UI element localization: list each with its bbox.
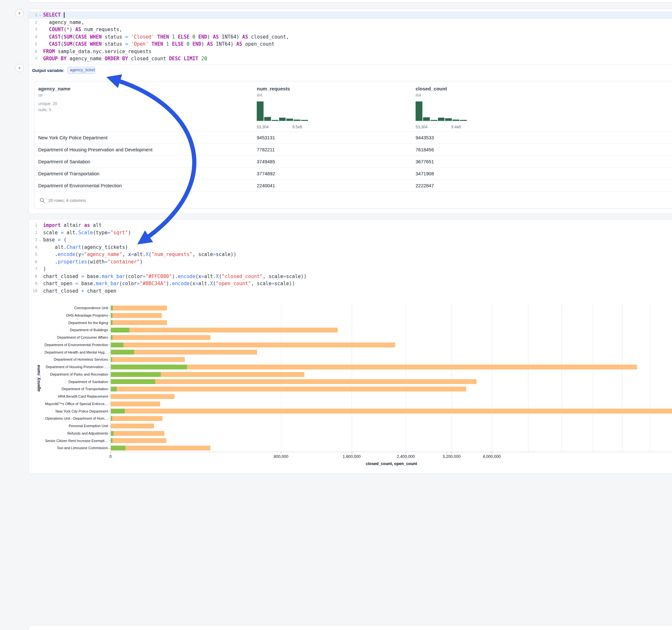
sql-code-editor[interactable]: 1⌄SELECT 2 agency_name,3 COUNT(*) AS num… (29, 9, 672, 65)
line-number: 4 (29, 33, 37, 41)
histogram-bar (264, 117, 271, 121)
y-tick (109, 367, 111, 367)
y-tick (109, 323, 111, 323)
histogram-bar (294, 120, 301, 121)
add-cell-button-top[interactable]: + (15, 9, 24, 18)
y-tick (109, 404, 111, 404)
code-line: 7) (29, 265, 672, 273)
histogram-bar (272, 120, 279, 121)
table-row: New York City Police Department945313194… (34, 131, 672, 144)
column-stat: nulls: 0 (38, 107, 51, 112)
python-cell: 1import altair as alt2scale = alt.Scale(… (28, 219, 672, 474)
column-header[interactable]: num_requests (257, 86, 290, 91)
y-axis-label: Department of Homeless Services (54, 356, 108, 363)
histogram-bar (286, 119, 293, 121)
code-text: COUNT(*) AS num_requests, (43, 26, 122, 33)
y-axis-title: agency_name (36, 365, 41, 391)
bar-closed_count (111, 335, 210, 340)
table-cell: Department of Environmental Protection (38, 180, 122, 192)
code-text: CAST(SUM(CASE WHEN status = 'Open' THEN … (43, 41, 274, 48)
x-tick (452, 452, 452, 453)
code-text: alt.Chart(agency_tickets) (43, 244, 128, 251)
fold-spacer (37, 280, 43, 287)
code-line: 4 CAST(SUM(CASE WHEN status = 'Closed' T… (29, 33, 672, 41)
search-icon[interactable] (40, 198, 45, 203)
gridline (622, 304, 622, 452)
table-cell: 9443533 (415, 132, 434, 144)
column-header[interactable]: agency_name (38, 86, 70, 91)
column-header[interactable]: closed_count (415, 86, 447, 91)
bar-open_count (111, 313, 113, 318)
x-tick (281, 452, 281, 453)
histogram-bar (279, 118, 286, 121)
histogram-bar (438, 118, 445, 121)
y-axis-label: Department for the Aging (68, 319, 108, 327)
bar-closed_count (111, 423, 154, 429)
code-text: chart_open = base.mark_bar(color="#8BC34… (43, 280, 295, 287)
add-cell-button-below[interactable]: + (15, 64, 24, 72)
bar-open_count (111, 409, 125, 413)
table-cell: 7618456 (415, 144, 434, 156)
fold-spacer (37, 33, 43, 41)
y-axis-label: Senior Citizen Rent Increase Exempti… (45, 437, 108, 445)
fold-chevron-icon[interactable]: ⌄ (37, 236, 43, 244)
y-axis-label: Department of Housing Preservation … (46, 363, 108, 371)
bar-closed_count (111, 306, 167, 311)
code-text: import altair as alt (43, 222, 102, 229)
y-tick (109, 441, 111, 441)
y-tick (109, 389, 111, 390)
line-number: 6 (29, 258, 37, 266)
x-axis-tick-label: 2,400,000 (397, 454, 415, 459)
bar-open_count (111, 416, 112, 421)
table-cell: 3774892 (257, 168, 275, 180)
bar-closed_count (111, 320, 167, 325)
histogram-bar (460, 120, 467, 121)
y-axis-label: Department of Transportation (62, 385, 108, 393)
code-text: ) (43, 265, 46, 273)
fold-spacer (37, 244, 43, 251)
gridline (650, 304, 650, 452)
table-cell: 9453131 (257, 132, 275, 144)
code-line: 9chart_open = base.mark_bar(color="#8BC3… (29, 280, 672, 287)
table-row-count: 20 rows, 4 columns (48, 198, 86, 203)
bar-open_count (111, 445, 125, 451)
bar-closed_count (111, 445, 210, 451)
x-axis-tick-label: 4,000,000 (483, 454, 501, 459)
results-table: agency_namestrunique: 20nulls: 0num_requ… (34, 81, 672, 209)
fold-spacer (37, 258, 43, 266)
table-cell: Department of Housing Preservation and D… (38, 144, 152, 156)
fold-spacer (37, 55, 43, 63)
y-axis-label: New York City Police Department (55, 408, 108, 415)
gridline (406, 304, 406, 452)
bar-closed_count (111, 343, 395, 347)
bar-open_count (111, 379, 155, 384)
python-code-editor[interactable]: 1import altair as alt2scale = alt.Scale(… (29, 219, 672, 296)
fold-chevron-icon[interactable]: ⌄ (37, 11, 43, 19)
line-number: 2 (29, 229, 37, 237)
line-number: 2 (29, 19, 37, 26)
y-tick (109, 352, 111, 353)
y-axis-label: Correspondence Unit (74, 304, 108, 312)
code-line: 2scale = alt.Scale(type="sqrt") (29, 229, 672, 237)
code-line: 3⌄base = ( (29, 236, 672, 244)
histogram-bar (257, 101, 264, 121)
bar-closed_count (111, 357, 185, 362)
line-number: 3 (29, 26, 37, 33)
code-line: 6FROM sample_data.nyc.service_requests (29, 48, 672, 55)
code-line: 8chart_closed = base.mark_bar(color="#FF… (29, 273, 672, 280)
y-axis-label: Department of Parks and Recreation (50, 371, 108, 378)
column-type: i64 (257, 93, 262, 98)
code-text: chart_closed + chart_open (43, 287, 116, 295)
bar-closed_count (111, 365, 637, 369)
histogram-bar (431, 120, 437, 121)
bar-closed_count (111, 394, 174, 399)
code-text: base = ( (43, 236, 67, 244)
bar-open_count (111, 438, 113, 443)
fold-spacer (37, 273, 43, 280)
output-variable-chip[interactable]: agency_tickets (67, 67, 95, 74)
next-cell-edge (28, 625, 672, 630)
y-tick (109, 419, 111, 419)
bar-closed_count (111, 387, 466, 391)
y-axis-label: Mayorâ€™s Office of Special Enforce… (45, 400, 108, 408)
sql-cell: 1⌄SELECT 2 agency_name,3 COUNT(*) AS num… (28, 9, 672, 214)
